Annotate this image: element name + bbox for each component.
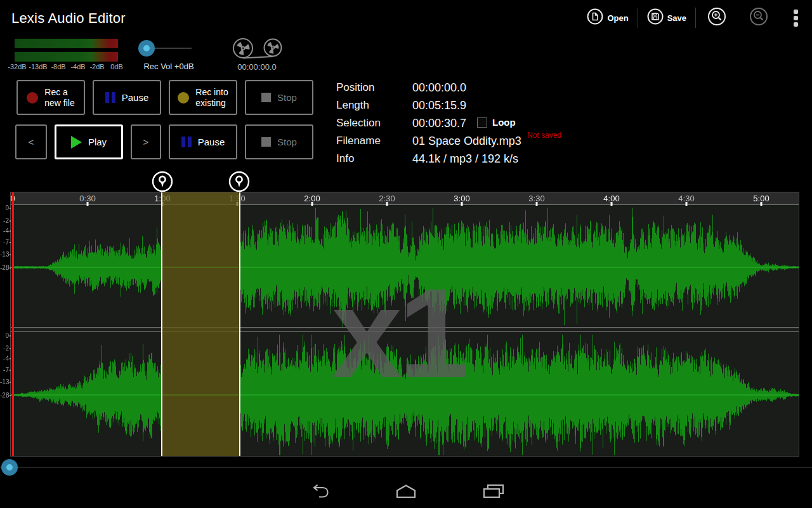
- playback-stop-button[interactable]: Stop: [245, 124, 313, 159]
- selection-start-pin[interactable]: [152, 171, 173, 192]
- waveform-panel[interactable]: 00:301:001:302:002:303:003:304:004:305:0…: [11, 192, 799, 456]
- pause-icon: [105, 92, 115, 103]
- play-icon: [71, 136, 82, 149]
- record-stop-button[interactable]: Stop: [245, 80, 313, 115]
- zoom-out-icon: [749, 7, 768, 29]
- playhead-cursor[interactable]: [12, 192, 14, 456]
- rec-volume-label: Rec Vol +0dB: [124, 62, 213, 71]
- info-row-position: Position 00:00:00.0: [336, 79, 466, 97]
- info-row-length: Length 00:05:15.9: [336, 97, 466, 114]
- open-file-icon: [587, 8, 603, 27]
- selection-region[interactable]: [161, 192, 240, 456]
- timeline-tick: [535, 202, 537, 206]
- nav-back-button[interactable]: [303, 481, 334, 504]
- meter-scale-label: -32dB: [8, 63, 26, 70]
- zoom-in-icon: [707, 7, 726, 29]
- rec-volume-knob[interactable]: [138, 40, 155, 57]
- rec-into-existing-button[interactable]: Rec into existing: [169, 80, 237, 115]
- position-label: Position: [336, 81, 412, 94]
- not-saved-badge: Not saved: [527, 131, 561, 140]
- rec-new-label-line1: Rec a: [44, 87, 68, 97]
- open-button[interactable]: Open: [578, 0, 637, 36]
- action-bar: Lexis Audio Editor Open: [0, 0, 812, 36]
- selection-value: 00:00:30.7: [412, 117, 466, 130]
- record-time-counter: 00:00:00.0: [225, 62, 289, 72]
- length-label: Length: [336, 99, 412, 112]
- timeline-tick: [461, 202, 462, 206]
- recents-icon: [482, 484, 505, 502]
- tape-reels-icon: [228, 36, 287, 65]
- level-meter-left: [15, 39, 118, 48]
- timeline-tick: [386, 202, 388, 206]
- zoom-in-button[interactable]: [696, 0, 738, 36]
- level-meter-right: [15, 52, 118, 62]
- lexis-audio-editor-screen: Lexis Audio Editor Open: [0, 0, 812, 508]
- seek-forward-label: >: [143, 137, 149, 147]
- selection-label: Selection: [336, 117, 412, 130]
- record-pause-button[interactable]: Pause: [93, 80, 161, 115]
- seek-bar-knob[interactable]: [1, 459, 18, 476]
- nav-home-button[interactable]: [391, 481, 421, 504]
- db-scale-label: -4: [0, 227, 9, 234]
- db-scale-label: 0: [0, 204, 9, 211]
- selection-end-pin[interactable]: [228, 171, 250, 192]
- meter-scale-label: -13dB: [29, 63, 47, 70]
- playback-pause-button[interactable]: Pause: [169, 124, 237, 159]
- zoom-level-watermark: x1: [332, 260, 465, 406]
- stop-icon: [261, 93, 271, 102]
- db-scale-label: -2: [0, 217, 9, 224]
- stop-icon: [261, 137, 271, 147]
- timeline-tick: [685, 202, 687, 206]
- info-label: Info: [336, 152, 412, 165]
- db-scale-label: -4: [0, 355, 9, 362]
- length-value: 00:05:15.9: [412, 99, 466, 112]
- open-button-label: Open: [607, 13, 628, 23]
- timeline-tick: [311, 202, 313, 206]
- save-floppy-icon: [647, 8, 664, 27]
- save-button[interactable]: Save: [638, 0, 695, 36]
- save-button-label: Save: [667, 13, 686, 23]
- nav-recents-button[interactable]: [478, 481, 509, 504]
- record-pause-label: Pause: [122, 92, 149, 103]
- db-scale-label: 0: [0, 332, 9, 339]
- android-nav-bar: [0, 478, 812, 508]
- home-icon: [395, 484, 417, 502]
- meter-scale-label: -8dB: [51, 63, 65, 70]
- overflow-menu-button[interactable]: [780, 10, 806, 27]
- seek-forward-button[interactable]: >: [131, 124, 161, 159]
- app-title: Lexis Audio Editor: [11, 10, 126, 27]
- record-stop-label: Stop: [277, 92, 297, 103]
- back-icon: [306, 484, 331, 502]
- db-scale-label: -2: [0, 345, 9, 352]
- db-scale-label: -13: [0, 251, 9, 258]
- seek-back-label: <: [29, 137, 34, 147]
- loop-checkbox[interactable]: [477, 117, 487, 128]
- loop-label: Loop: [492, 117, 516, 128]
- info-row-filename: Filename 01 Space Oddity.mp3: [336, 132, 521, 150]
- filename-value: 01 Space Oddity.mp3: [412, 135, 521, 148]
- timeline-ruler[interactable]: 00:301:001:302:002:303:003:304:004:305:0…: [11, 192, 799, 205]
- seek-back-button[interactable]: <: [15, 124, 47, 159]
- db-scale-label: -28: [0, 264, 9, 271]
- info-row-info: Info 44.1k / mp3 / 192 k/s: [336, 150, 518, 168]
- record-icon: [27, 92, 38, 104]
- play-button[interactable]: Play: [55, 124, 123, 159]
- db-scale-label: -7: [0, 239, 9, 246]
- db-scale-label: -28: [0, 392, 9, 399]
- db-scale-label: -13: [0, 378, 9, 385]
- rec-new-label-line2: new file: [44, 98, 74, 108]
- meter-scale-label: 0dB: [110, 63, 123, 70]
- seek-bar-track[interactable]: [0, 467, 812, 468]
- playback-pause-label: Pause: [198, 137, 225, 147]
- position-value: 00:00:00.0: [412, 81, 466, 95]
- zoom-out-button[interactable]: [738, 0, 780, 36]
- overflow-menu-icon: [794, 10, 798, 14]
- play-label: Play: [88, 137, 107, 147]
- rec-into-label-line1: Rec into: [195, 87, 228, 97]
- pause-icon: [181, 137, 192, 147]
- rec-new-file-button[interactable]: Rec a new file: [16, 80, 85, 115]
- timeline-tick: [610, 202, 612, 206]
- db-scale-label: -7: [0, 366, 9, 373]
- meter-scale-label: -4dB: [70, 63, 85, 70]
- timeline-tick: [86, 202, 88, 206]
